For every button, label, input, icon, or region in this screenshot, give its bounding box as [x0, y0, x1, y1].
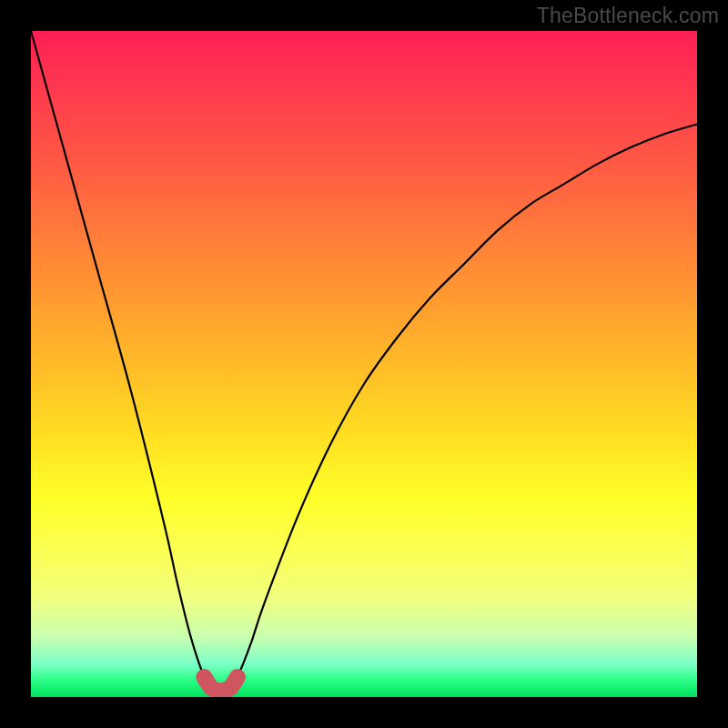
- chart-frame: TheBottleneck.com: [0, 0, 728, 728]
- bottleneck-curve-path: [31, 31, 697, 691]
- bottleneck-curve-highlight: [204, 677, 238, 691]
- bottleneck-curve-svg: [31, 31, 697, 697]
- watermark-text: TheBottleneck.com: [537, 4, 719, 28]
- plot-area: [31, 31, 697, 697]
